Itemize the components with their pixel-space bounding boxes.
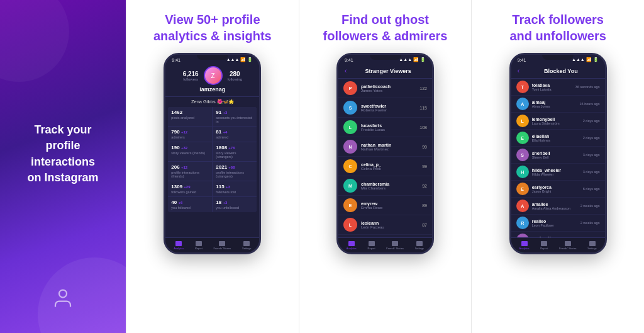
phone-notch-2 — [197, 55, 228, 60]
avatar: L — [343, 218, 357, 232]
phone-mockup-4: 9:41 ▲▲▲ 📶 🔋 ‹ Blocked You T tolatlava T… — [509, 53, 607, 254]
stat-profile-friends: 206 +12 profile interactions (friends) — [168, 162, 212, 181]
nav-report-4[interactable]: Report — [540, 241, 548, 250]
panel-2-headline: View 50+ profile analytics & insights — [147, 11, 278, 44]
blocked-item[interactable]: S sheribell Sherry Bell 3 days ago — [511, 147, 605, 164]
stat-followers-gained: 1309 +29 followers gained — [168, 181, 212, 196]
phone-notch-4 — [542, 55, 574, 60]
avatar: E — [516, 183, 529, 195]
avatar: A — [516, 98, 529, 110]
list-item[interactable]: C celina_p_ Celina Peck 99 — [338, 157, 432, 176]
analytics-grid: 1462 posts analyzed 91 +3 accounts you i… — [168, 107, 257, 212]
stat-posts: 1462 posts analyzed — [168, 107, 212, 126]
avatar: H — [516, 166, 529, 178]
svg-point-0 — [59, 290, 67, 298]
nav-friends-4[interactable]: Friends' Stories — [559, 241, 577, 250]
panel-2-analytics: View 50+ profile analytics & insights 9:… — [126, 0, 299, 333]
list-item[interactable]: M chambersmia Mia Chambers 92 — [338, 176, 432, 196]
panel-3-ghost: Find out ghost followers & admirers 9:41… — [299, 0, 472, 333]
avatar: L — [516, 115, 529, 127]
nav-settings-4[interactable]: Settings — [587, 241, 596, 250]
panel-4-track: Track followers and unfollowers 9:41 ▲▲▲… — [471, 0, 644, 333]
avatar: A — [516, 200, 529, 212]
blocked-you-header: ‹ Blocked You — [511, 64, 605, 79]
stat-story-strangers: 1808 +76 story viewers (strangers) — [213, 142, 257, 161]
nav-friends-3[interactable]: Friends' Stories — [386, 241, 404, 250]
list-item[interactable]: S sweetfowler Roberta Fowler 115 — [338, 98, 432, 118]
panel-1-headline: Track your profile interactions on Insta… — [13, 122, 113, 186]
blocked-item[interactable]: A amallee Amalia Alma Andreasson 2 weeks… — [511, 198, 605, 215]
avatar: E — [516, 132, 529, 144]
phone-screen-2: 9:41 ▲▲▲ 📶 🔋 6,216 followers Z 280 follo… — [165, 55, 259, 252]
avatar: N — [343, 140, 357, 154]
bottom-nav-3: Analytics Report Friends' Stories Settin… — [338, 237, 432, 252]
avatar: C — [343, 159, 357, 173]
stat-you-unfollowed: 18 +3 you unfollowed — [213, 197, 257, 212]
blocked-item[interactable]: E earlyorca Jason Bright 6 days ago — [511, 181, 605, 198]
avatar: P — [343, 81, 357, 95]
blocked-item[interactable]: T tolatlava Tomi Latvala 36 seconds ago — [511, 79, 605, 96]
list-item[interactable]: P patheticcoach James Yates 122 — [338, 79, 432, 98]
list-item[interactable]: E emyrew Emma Rowe 89 — [338, 196, 432, 215]
avatar: S — [516, 149, 529, 161]
avatar: E — [343, 198, 357, 212]
list-item[interactable]: L lucasfarts Freddie Lucas 108 — [338, 118, 432, 137]
avatar: T — [516, 81, 529, 93]
stat-admired: 81 +4 admired — [213, 127, 257, 142]
panel-1-person-icon — [52, 287, 74, 314]
blocked-item[interactable]: E ellaellah Ella Holmes 2 days ago — [511, 130, 605, 147]
avatar: L — [343, 120, 357, 134]
stat-admirers: 790 +12 admirers — [168, 127, 212, 142]
panel-3-headline: Find out ghost followers & admirers — [317, 11, 454, 44]
nav-settings-3[interactable]: Settings — [415, 241, 424, 250]
back-arrow-3[interactable]: ‹ — [345, 67, 347, 74]
stat-followers-lost: 115 +3 followers lost — [213, 181, 257, 196]
analytics-header: 6,216 followers Z 280 following iamzenag — [165, 64, 259, 97]
stranger-viewers-header: ‹ Stranger Viewers — [338, 64, 432, 79]
bottom-nav-2: Analytics Report Friends' Stories Settin… — [165, 237, 259, 252]
stat-profile-strangers: 2021 +68 profile interactions (strangers… — [213, 162, 257, 181]
blocked-item[interactable]: R realleo Leon Faulkner 2 weeks ago — [511, 215, 605, 232]
stat-you-followed: 40 +6 you followed — [168, 197, 212, 212]
phone-screen-3: 9:41 ▲▲▲ 📶 🔋 ‹ Stranger Viewers P pathet… — [338, 55, 432, 252]
avatar: M — [343, 179, 357, 193]
phone-mockup-2: 9:41 ▲▲▲ 📶 🔋 6,216 followers Z 280 follo… — [164, 53, 261, 254]
avatar: S — [343, 101, 357, 115]
nav-report-3[interactable]: Report — [368, 241, 375, 250]
blocked-item[interactable]: L lemonybell Laura Söderström 2 days ago — [511, 113, 605, 130]
panel-4-headline: Track followers and unfollowers — [504, 11, 613, 44]
blocked-you-list: T tolatlava Tomi Latvala 36 seconds ago … — [511, 79, 605, 252]
user-avatar: Z — [204, 66, 223, 85]
stat-story-friends: 190 +32 story viewers (friends) — [168, 142, 212, 161]
nav-analytics[interactable]: Analytics — [174, 241, 184, 250]
bottom-nav-4: Analytics Report Friends' Stories Settin… — [511, 237, 605, 252]
panel-1-hero: Track your profile interactions on Insta… — [0, 0, 126, 333]
blocked-item[interactable]: H hilda_wheeler Hilda Wheeler 3 days ago — [511, 164, 605, 181]
nav-analytics-4[interactable]: Analytics — [519, 241, 530, 250]
list-item[interactable]: L leoleann León Facteau 87 — [338, 215, 432, 235]
nav-friends-stories[interactable]: Friends' Stories — [214, 241, 231, 250]
nav-settings[interactable]: Settings — [242, 241, 251, 250]
followers-stat: 6,216 followers — [183, 71, 199, 81]
back-arrow-4[interactable]: ‹ — [518, 67, 519, 74]
nav-report[interactable]: Report — [195, 241, 203, 250]
phone-notch-3 — [370, 55, 401, 60]
phone-mockup-3: 9:41 ▲▲▲ 📶 🔋 ‹ Stranger Viewers P pathet… — [336, 53, 434, 254]
following-stat: 280 following — [228, 71, 242, 81]
list-item[interactable]: N nathan_martin Nathan Martinez 99 — [338, 137, 432, 157]
avatar: R — [516, 217, 529, 229]
nav-analytics-3[interactable]: Analytics — [347, 241, 357, 250]
blocked-item[interactable]: A almaaj Alma Jones 16 hours ago — [511, 96, 605, 113]
stat-interested: 91 +3 accounts you interested in — [213, 107, 257, 126]
stranger-viewers-list: P patheticcoach James Yates 122 S sweetf… — [338, 79, 432, 252]
phone-screen-4: 9:41 ▲▲▲ 📶 🔋 ‹ Blocked You T tolatlava T… — [511, 55, 605, 252]
